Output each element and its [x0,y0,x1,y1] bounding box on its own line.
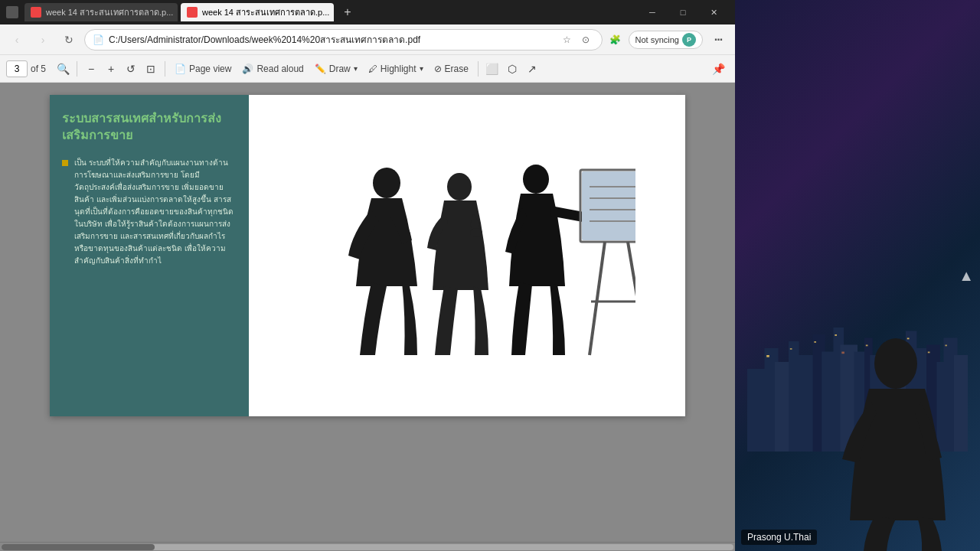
draw-label: Draw [329,64,351,74]
slide-title: ระบบสารสนเทศสำหรับการส่งเสริมการขาย [62,110,237,145]
draw-tool-2[interactable]: ⬜ [483,60,501,78]
extensions-icon[interactable]: 🧩 [607,31,624,48]
zoom-out-button[interactable]: − [82,60,100,78]
scrollbar-track [2,544,733,550]
zoom-controls: − + [82,60,120,78]
refresh-icon: ↻ [64,34,74,46]
address-bar-actions: ☆ ⊙ [559,31,594,48]
read-aloud-icon: 🔊 [242,64,253,74]
not-syncing-badge[interactable]: Not syncing P [629,31,703,49]
minimize-button[interactable]: ─ [637,0,668,24]
pdf-content-area[interactable]: ระบบสารสนเทศสำหรับการส่งเสริมการขาย เป็น… [0,83,735,542]
draw-chevron-icon: ▾ [354,64,358,73]
browser-icon [6,6,18,18]
video-person-name: Prasong U.Thai [741,530,817,545]
draw-tool-4[interactable]: ↗ [523,60,541,78]
file-icon: 📄 [93,34,104,45]
maximize-button[interactable]: □ [668,0,698,24]
svg-line-10 [590,242,605,355]
tab-2[interactable]: week 14 สาระสนเทศการตลาด.p... ✕ [181,3,334,21]
pin-icon: 📌 [712,63,725,75]
silhouette-image [299,133,635,378]
back-icon: ‹ [15,34,19,46]
svg-rect-35 [814,341,816,343]
window-controls: ─ □ ✕ [637,0,729,24]
not-syncing-label: Not syncing [635,35,679,44]
scrollbar-thumb[interactable] [2,544,155,550]
zoom-in-button[interactable]: + [102,60,120,78]
search-icon: 🔍 [57,63,70,75]
page-view-label: Page view [189,64,231,74]
svg-rect-34 [790,348,792,350]
rotate-button[interactable]: ↺ [122,60,140,78]
svg-point-1 [447,173,472,201]
highlight-icon: 🖊 [368,64,377,74]
refresh-button[interactable]: ↻ [58,29,80,51]
svg-point-2 [470,228,482,237]
pin-button[interactable]: 📌 [707,58,729,80]
erase-icon: ⊘ [434,64,442,74]
separator-1 [77,61,77,77]
address-text: C:/Users/Administrator/Downloads/week%20… [109,32,554,47]
svg-line-11 [628,242,635,355]
more-button[interactable]: ··· [707,29,729,51]
slide-left-panel: ระบบสารสนเทศสำหรับการส่งเสริมการขาย เป็น… [50,95,249,416]
draw-button[interactable]: ✏️ Draw ▾ [310,58,362,80]
separator-2 [165,61,165,77]
erase-button[interactable]: ⊘ Erase [430,58,473,80]
navigation-bar: ‹ › ↻ 📄 C:/Users/Administrator/Downloads… [0,24,735,55]
collections-icon[interactable]: ⊙ [577,31,594,48]
video-arrow-icon: ▲ [959,267,974,285]
page-number-input[interactable] [6,60,28,77]
tab-2-label: week 14 สาระสนเทศการตลาด.p... [202,5,329,19]
bullet-text: เป็น ระบบที่ให้ความสำคัญกับแผนงานทางด้าน… [74,157,237,267]
draw-icon: ✏️ [315,64,326,74]
address-bar[interactable]: 📄 C:/Users/Administrator/Downloads/week%… [84,29,603,51]
forward-button[interactable]: › [32,29,54,51]
tab-2-favicon [187,7,198,18]
new-tab-button[interactable]: + [337,2,358,23]
total-pages-label: of 5 [31,64,46,74]
horizontal-scrollbar[interactable] [0,542,735,551]
highlight-button[interactable]: 🖊 Highlight ▾ [364,58,428,80]
back-button[interactable]: ‹ [6,29,28,51]
read-aloud-label: Read aloud [256,64,303,74]
svg-rect-36 [835,334,837,336]
pdf-page: ระบบสารสนเทศสำหรับการส่งเสริมการขาย เป็น… [50,95,685,416]
svg-point-0 [373,168,400,198]
close-button[interactable]: ✕ [698,0,729,24]
zoom-search-button[interactable]: 🔍 [54,60,72,78]
video-background: ▲ Prasong U.Thai [735,0,980,551]
highlight-chevron-icon: ▾ [420,64,423,73]
tab-1-favicon [31,7,41,18]
highlight-label: Highlight [381,64,416,74]
tab-1[interactable]: week 14 สาระสนเทศการตลาด.p... ✕ [24,3,178,21]
title-bar: week 14 สาระสนเทศการตลาด.p... ✕ week 14 … [0,0,735,24]
page-view-icon: 📄 [175,64,186,74]
erase-label: Erase [445,64,469,74]
svg-rect-33 [766,355,769,357]
slide-right-panel [249,95,685,416]
browser-window: week 14 สาระสนเทศการตลาด.p... ✕ week 14 … [0,0,735,551]
svg-rect-4 [582,171,635,240]
read-aloud-button[interactable]: 🔊 Read aloud [237,58,308,80]
favorites-icon[interactable]: ☆ [559,31,576,48]
slide-content: ระบบสารสนเทศสำหรับการส่งเสริมการขาย เป็น… [50,95,685,416]
pdf-toolbar: of 5 🔍 − + ↺ ⊡ 📄 Page view 🔊 Read aloud … [0,55,735,83]
video-panel: ▲ Prasong U.Thai [735,0,980,551]
svg-point-3 [523,165,549,194]
page-navigation: of 5 [6,60,46,77]
page-view-button[interactable]: 📄 Page view [170,58,236,80]
fit-page-button[interactable]: ⊡ [142,60,160,78]
forward-icon: › [41,34,45,46]
profile-avatar: P [682,33,696,47]
separator-3 [478,61,479,77]
draw-tool-3[interactable]: ⬡ [503,60,521,78]
slide-bullet: เป็น ระบบที่ให้ความสำคัญกับแผนงานทางด้าน… [62,157,237,267]
bullet-marker [62,160,68,166]
svg-point-43 [874,338,917,389]
tab-1-label: week 14 สาระสนเทศการตลาด.p... [46,5,173,19]
